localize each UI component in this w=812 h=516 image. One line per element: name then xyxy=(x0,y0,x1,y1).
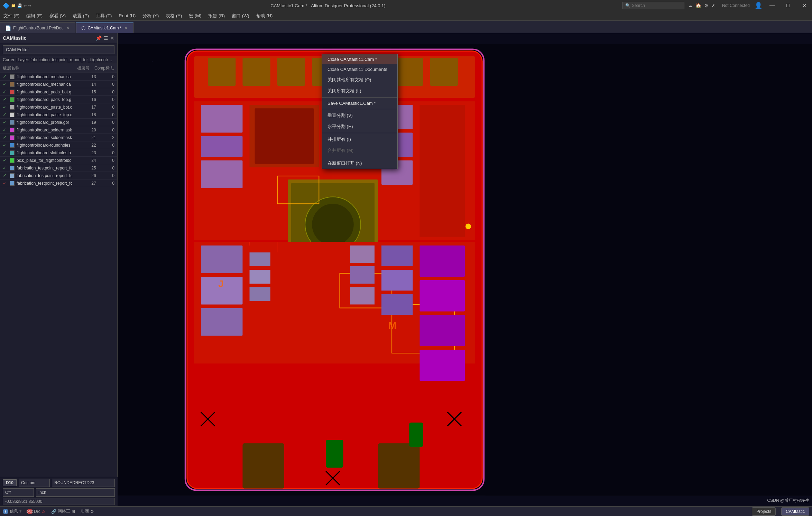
layer-comp-10: 0 xyxy=(101,150,114,155)
svg-rect-59 xyxy=(250,270,270,284)
svg-rect-25 xyxy=(201,136,242,157)
svg-rect-64 xyxy=(381,246,413,266)
menu-item-y[interactable]: 分析 (Y) xyxy=(139,11,162,20)
search-box[interactable]: 🔍 xyxy=(622,2,684,9)
layer-row[interactable]: ✓ pick_place_for_flightcontrolbo 24 0 xyxy=(0,157,117,164)
layer-row[interactable]: ✓ fabrication_testpoint_report_fc 27 0 xyxy=(0,179,117,187)
svg-rect-28 xyxy=(255,108,314,164)
ctx-item-7[interactable]: 垂直分割 (V) xyxy=(322,110,397,121)
toolbar-row-3: -0.036286:1.855000 xyxy=(3,498,115,505)
maximize-button[interactable]: □ xyxy=(780,0,796,11)
sidebar-close-icon[interactable]: ✕ xyxy=(110,35,114,41)
ctx-item-8[interactable]: 水平分割 (H) xyxy=(322,121,397,132)
sidebar: CAMtastic 📌 ☰ ✕ CAM Editor Current Layer… xyxy=(0,33,118,506)
menu-item-t[interactable]: 工具 (T) xyxy=(92,11,115,20)
layer-check-12: ✓ xyxy=(3,165,8,171)
cam-editor-select[interactable]: CAM Editor xyxy=(3,45,114,54)
layer-check-10: ✓ xyxy=(3,150,8,155)
ctx-item-3[interactable]: 关闭所有文档 (L) xyxy=(322,85,397,96)
svg-rect-18 xyxy=(277,58,305,86)
inch-select[interactable]: Inch xyxy=(36,488,115,497)
layer-check-6: ✓ xyxy=(3,120,8,125)
layer-name-13: fabrication_testpoint_report_fc xyxy=(17,173,87,178)
home-icon[interactable]: 🏠 xyxy=(695,3,701,8)
layer-row[interactable]: ✓ flightcontrolboard-slottholes.b 23 0 xyxy=(0,149,117,157)
layer-check-4: ✓ xyxy=(3,104,8,110)
layer-row[interactable]: ✓ flightcontrolboard_mechanica 13 0 xyxy=(0,73,117,81)
toolbar-row-2: Off Inch xyxy=(3,488,115,497)
custom-select[interactable]: Custom xyxy=(19,479,50,487)
svg-text:M: M xyxy=(388,320,396,331)
menu-item-p[interactable]: 放置 (P) xyxy=(69,11,92,20)
layer-row[interactable]: ✓ flightcontrolboard_pads_bot.g 15 0 xyxy=(0,88,117,96)
toolbar-icons: ☁ 🏠 ⚙ ✗ xyxy=(688,3,719,8)
layer-name-10: flightcontrolboard-slottholes.b xyxy=(17,150,87,155)
ctx-item-11: 合并所有 (M) xyxy=(322,145,397,156)
menu-item-v[interactable]: 察看 (V) xyxy=(46,11,69,20)
layer-row[interactable]: ✓ flightcontrolboard-roundholes 22 0 xyxy=(0,141,117,149)
menu-item-routu[interactable]: Rout (U) xyxy=(115,12,139,20)
layer-color-1 xyxy=(10,82,15,87)
layer-row[interactable]: ✓ flightcontrolboard_soldermask 20 0 xyxy=(0,126,117,134)
layer-check-8: ✓ xyxy=(3,135,8,140)
ctx-item-1[interactable]: Close CAMtastic1 Documents xyxy=(322,64,397,74)
layer-color-10 xyxy=(10,150,15,155)
tab-1[interactable]: ⬡CAMtastic1.Cam *✕ xyxy=(76,22,133,33)
layer-name-12: fabrication_testpoint_report_fc xyxy=(17,166,87,171)
ctx-item-5[interactable]: Save CAMtastic1.Cam * xyxy=(322,98,397,108)
layer-row[interactable]: ✓ flightcontrolboard_mechanica 14 0 xyxy=(0,81,117,88)
svg-rect-16 xyxy=(208,58,236,86)
layer-row[interactable]: ✓ flightcontrolboard_pads_top.g 16 0 xyxy=(0,96,117,103)
layer-check-13: ✓ xyxy=(3,173,8,178)
layer-num-11: 24 xyxy=(87,158,101,163)
ctx-item-13[interactable]: 在新窗口打开 (N) xyxy=(322,158,397,169)
search-input[interactable] xyxy=(632,3,680,8)
ctx-item-2[interactable]: 关闭其他所有文档 (O) xyxy=(322,74,397,85)
wifi-off-icon: ✗ xyxy=(711,3,716,8)
camtastic-tab-btn[interactable]: CAMtastic xyxy=(781,507,809,516)
ctx-separator-6 xyxy=(322,109,397,109)
sidebar-menu-icon[interactable]: ☰ xyxy=(104,35,108,41)
ctx-item-10[interactable]: 并排所有 (I) xyxy=(322,134,397,145)
layer-row[interactable]: ✓ fabrication_testpoint_report_fc 26 0 xyxy=(0,172,117,179)
layer-row[interactable]: ✓ flightcontrolboard_soldermask 21 2 xyxy=(0,134,117,141)
layer-row[interactable]: ✓ fabrication_testpoint_report_fc 25 0 xyxy=(0,164,117,172)
svg-text:J: J xyxy=(218,278,224,289)
svg-point-44 xyxy=(465,223,471,229)
menu-item-e[interactable]: 编辑 (E) xyxy=(23,11,46,20)
menu-item-f[interactable]: 文件 (F) xyxy=(0,11,23,20)
main-layout: CAMtastic 📌 ☰ ✕ CAM Editor Current Layer… xyxy=(0,33,812,506)
layer-comp-1: 0 xyxy=(101,82,114,87)
menu-item-a[interactable]: 表格 (A) xyxy=(162,11,185,20)
status-bar: i 信息 ? DRC Drc ⚠ 🔗 网络三 ⊞ 步骤 ⚙ Projects C… xyxy=(0,506,812,516)
layer-row[interactable]: ✓ flightcontrolboard_paste_top.c 18 0 xyxy=(0,111,117,119)
gear-icon[interactable]: ⚙ xyxy=(704,3,709,8)
tab-0[interactable]: 📄FlightControlBoard.PcbDoc✕ xyxy=(0,22,75,33)
ctx-item-0[interactable]: Close CAMtastic1.Cam * xyxy=(322,54,397,64)
menu-item-m[interactable]: 宏 (M) xyxy=(185,11,205,20)
layer-row[interactable]: ✓ flightcontrolboard_paste_bot.c 17 0 xyxy=(0,103,117,111)
pin-icon[interactable]: 📌 xyxy=(96,35,102,41)
off-select[interactable]: Off xyxy=(3,488,34,497)
tab-close-1[interactable]: ✕ xyxy=(123,26,128,30)
steps-label: 步骤 xyxy=(81,508,89,514)
svg-rect-61 xyxy=(350,246,375,263)
layer-row[interactable]: ✓ flightcontrolboard_profile.gbr 19 0 xyxy=(0,119,117,126)
layer-check-9: ✓ xyxy=(3,142,8,148)
ctx-separator-12 xyxy=(322,157,397,157)
cloud-icon[interactable]: ☁ xyxy=(688,3,693,8)
minimize-button[interactable]: — xyxy=(764,0,780,11)
watermark: CSDN @后厂村程序生 xyxy=(767,498,809,504)
close-button[interactable]: ✕ xyxy=(796,0,812,11)
menu-item-w[interactable]: 窗口 (W) xyxy=(228,11,253,20)
user-avatar[interactable]: 👤 xyxy=(753,2,764,9)
menu-item-r[interactable]: 报告 (R) xyxy=(205,11,228,20)
menu-item-h[interactable]: 帮助 (H) xyxy=(253,11,276,20)
svg-rect-24 xyxy=(201,105,242,132)
projects-tab-btn[interactable]: Projects xyxy=(752,507,776,516)
tab-label-0: FlightControlBoard.PcbDoc xyxy=(13,26,63,30)
roundedrect-select[interactable]: ROUNDEDRECTD23 xyxy=(52,479,115,487)
tab-close-0[interactable]: ✕ xyxy=(65,26,70,30)
layer-check-5: ✓ xyxy=(3,112,8,117)
canvas-area: J M M xyxy=(118,33,812,506)
